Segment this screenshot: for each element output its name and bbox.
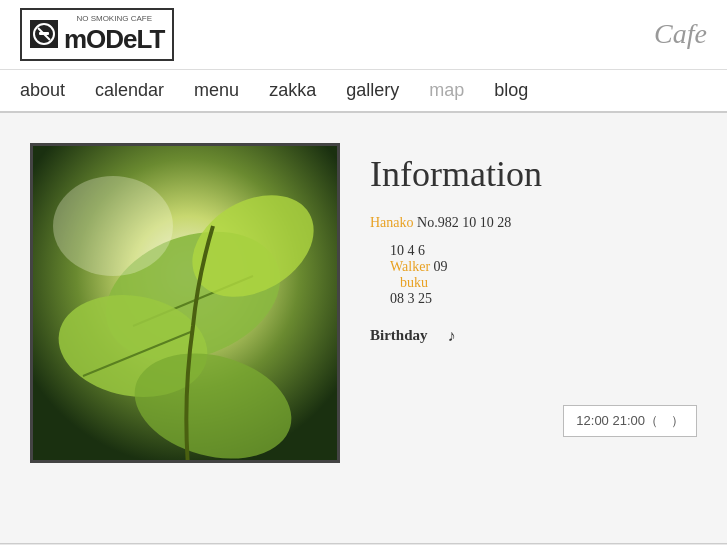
logo-text: mODeLT: [64, 24, 164, 55]
leaves-image: [33, 146, 337, 460]
info-line-hanako: Hanako No.982 10 10 28: [370, 215, 697, 231]
hours-box: 12:00 21:00（ ）: [370, 405, 697, 437]
content-area: Information Hanako No.982 10 10 28 10 4 …: [30, 143, 697, 463]
nav-item-gallery[interactable]: gallery: [346, 80, 399, 101]
main-content: Information Hanako No.982 10 10 28 10 4 …: [0, 113, 727, 543]
info-line-buku: buku: [400, 275, 697, 291]
info-text-5: 08 3 25: [390, 291, 432, 306]
walker-label: Walker: [390, 259, 430, 274]
logo-area[interactable]: NO SMOKING CAFE mODeLT: [20, 8, 174, 61]
nav-item-about[interactable]: about: [20, 80, 65, 101]
plant-photo: [30, 143, 340, 463]
birthday-label: Birthday: [370, 327, 428, 344]
nav-item-zakka[interactable]: zakka: [269, 80, 316, 101]
info-title: Information: [370, 153, 697, 195]
logo-box: NO SMOKING CAFE mODeLT: [20, 8, 174, 61]
no-smoking-icon: [30, 20, 58, 48]
info-line-walker: Walker 09: [390, 259, 697, 275]
svg-point-11: [53, 176, 173, 276]
navigation: about calendar menu zakka gallery map bl…: [0, 70, 727, 113]
hanako-number: No.982 10 10 28: [414, 215, 512, 230]
birthday-line: Birthday ♪: [370, 327, 697, 345]
nav-item-blog[interactable]: blog: [494, 80, 528, 101]
info-panel: Information Hanako No.982 10 10 28 10 4 …: [370, 143, 697, 437]
logo-small-text: NO SMOKING CAFE: [64, 14, 164, 24]
hanako-label: Hanako: [370, 215, 414, 230]
info-line-2: 10 4 6: [390, 243, 697, 259]
cafe-label: Cafe: [654, 18, 707, 50]
info-text-2: 10 4 6: [390, 243, 425, 258]
buku-label: buku: [400, 275, 428, 290]
header: NO SMOKING CAFE mODeLT Cafe: [0, 0, 727, 70]
nav-item-calendar[interactable]: calendar: [95, 80, 164, 101]
birthday-note: ♪: [448, 327, 456, 345]
walker-number: 09: [430, 259, 448, 274]
nav-item-map[interactable]: map: [429, 80, 464, 101]
svg-rect-3: [39, 32, 49, 35]
nav-item-menu[interactable]: menu: [194, 80, 239, 101]
info-line-5: 08 3 25: [390, 291, 697, 307]
hours-badge: 12:00 21:00（ ）: [563, 405, 697, 437]
